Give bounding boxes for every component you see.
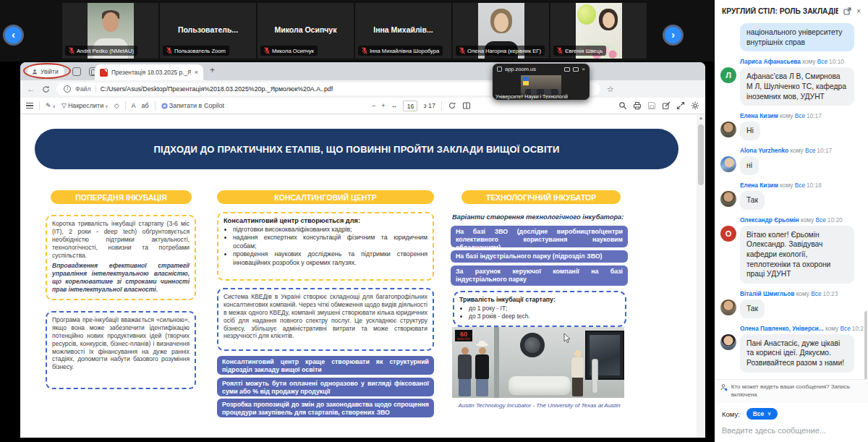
message-time: 10:23 [823,290,838,297]
profile-icon [32,69,38,75]
refresh-icon[interactable] [42,85,50,93]
search-icon[interactable] [618,101,627,110]
zoom-out-button[interactable]: − [372,102,375,109]
participant-tile-andrii-pedko[interactable]: Andrii Pedko (NMetAU) [62,3,158,59]
pip-mode-icon[interactable] [564,67,570,72]
read-aloud-icon: A [132,102,136,109]
chat-message-input[interactable] [722,426,861,435]
scrollbar-thumb[interactable] [698,124,704,185]
sender-name: Лариса Афанасьева [740,58,801,65]
fullscreen-expand-icon[interactable] [676,101,685,110]
slide-bullet: підготовки висококваліфікованих кадрів; [233,226,427,234]
zoom-pip-window[interactable]: app.zoom.us × Університет Науки і Технол… [493,64,590,100]
message-time: 10:17 [807,112,822,119]
fit-width-button[interactable]: ↔ [391,102,397,109]
participant-name-label: Інна Михайлівна Шоробура [370,48,439,54]
sender-name: Віталій Шмигльов [740,290,794,297]
copilot-button[interactable]: Запитати в Copilot [161,102,224,109]
chat-message: Олена Павленко, Універси... кому Все10:2… [720,325,864,373]
page-number-input[interactable]: 16 [403,101,417,111]
chevron-right-icon: › [671,28,675,41]
filmstrip-prev-button[interactable]: ‹ [5,27,22,43]
draw-label: Накреслити [68,102,103,109]
zoom-meeting-window: ‹ Andrii Pedko (NMetAU) Пользователь... … [0,0,868,442]
slide-col2-solid-box-3: Розробка пропозицій до змін до законодав… [217,399,434,417]
new-tab-button[interactable]: + [210,65,215,75]
slide-col1-header: ПОПЕРЕДНЯ ІНКУБАЦІЯ [51,190,192,204]
recipient-everyone: Все [795,112,805,119]
pen-icon: ✎ [46,102,51,109]
slide-col3-solid-box-1: На базі ЗВО (дослідне виробництво/центри… [451,226,628,247]
workspaces-icon[interactable] [72,67,81,76]
syllables-button[interactable]: аб [142,102,149,109]
slide-col1-paragraph-2: Впровадження ефективної стратегії управл… [52,262,190,294]
eraser-tool-button[interactable]: ◇ [114,102,119,109]
message-header: Віталій Шмигльов кому Все10:23 [740,290,864,297]
pip-url-label: app.zoom.us [505,66,561,72]
chevron-left-icon: ‹ [12,28,15,41]
message-time: 10:10 [829,58,844,65]
message-bubble: ні [740,156,759,175]
participant-tile-yevheniia-shvets[interactable]: Євгенія Швець [550,3,647,59]
browser-tab-active[interactable]: Презентація 18.03.2025 р._Ярмо × [95,64,203,80]
avatar: Л [720,67,736,83]
chat-close-icon[interactable]: × [856,7,861,15]
participant-tile-olena-nahorna[interactable]: Олена Нагорна (керівник ЕГ) [453,3,549,59]
chat-panel: КРУГЛИЙ СТІЛ: РОЛЬ ЗАКЛАДІВ ВИ... × наці… [715,0,868,442]
participant-tile-inna-shorobura[interactable]: Інна Михайлів... Інна Михайлівна Шоробур… [355,3,451,59]
participant-tiles: Andrii Pedko (NMetAU) Пользователь... По… [62,3,647,59]
recipient-selector[interactable]: Все∨ [746,408,778,420]
message-header: Пользователь Zoom кому Все10:32 [740,379,864,380]
rotate-icon[interactable] [448,101,456,110]
chat-privacy-notice: Кто может видеть ваши сообщения? Запись … [715,379,868,403]
avatar [720,156,736,172]
chat-message: Олександр Єрьомін кому Все10:20 О Вітаю … [720,216,864,284]
message-time: 10:32 [829,379,844,380]
slide-col2-solid-box-2: Роялті можуть бути оплачені одноразово у… [217,378,434,396]
chat-message: Елена Кизим кому Все10:18 Так [720,182,864,210]
back-button[interactable]: ← [27,84,35,94]
chat-scrollbar-thumb[interactable] [864,311,867,379]
close-icon[interactable]: × [582,67,585,72]
photo-equipment [592,359,598,394]
chat-message-list[interactable]: національного університету внутрішніх сп… [715,22,868,379]
slide-bullet: проведення наукових досліджень та підтри… [233,250,427,267]
pop-out-icon[interactable] [843,7,851,15]
tab-close-icon[interactable]: × [195,69,198,76]
table-of-contents-icon[interactable] [26,103,33,109]
sender-name: Олена Павленко, Універси... [740,325,824,332]
to-word: кому [802,379,815,380]
notice-text: Кто может видеть ваши сообщения? Запись … [731,383,861,399]
sender-name: Alona Yurzhenko [740,147,788,154]
message-header: Олена Павленко, Універси... кому Все10:2… [740,325,864,332]
slide-col2-box-title: Консалтинговий центр створюється для: [224,217,427,224]
highlighter-tool-button[interactable]: ✎∨ [46,102,56,109]
participant-tile-polzovatel-zoom[interactable]: Пользователь... Пользователь Zoom [160,3,256,59]
settings-gear-icon[interactable] [691,101,699,110]
draw-tool-button[interactable]: ▽Накреслити∨ [61,102,109,109]
recipient-value: Все [753,410,764,417]
to-word: кому [780,182,793,189]
chat-message: національного університету внутрішніх сп… [720,23,864,51]
filmstrip-next-button[interactable]: › [665,27,681,43]
slide-col1-yellow-box: Коротка тривалість інкубації стартапу (3… [46,215,196,300]
print-icon[interactable] [633,101,642,110]
slide-title-banner: ПІДХОДИ ДО ПРАКТИЧНИХ ЕТАПІВ, ЩО ПОВИННІ… [35,129,678,169]
edit-pen-icon[interactable] [662,101,671,110]
slide-col2-paragraph: Система КВЕДів в Україні створює складно… [224,293,427,340]
expand-icon[interactable] [573,67,579,72]
signin-button[interactable]: Увійти [27,65,64,77]
scrollbar-up-arrow[interactable]: ▲ [697,116,705,120]
shared-browser-window: Увійти Презентація 18.03.2025 р._Ярмо × … [20,62,705,438]
file-info-icon[interactable]: i [64,85,71,93]
recipient-everyone: Все [841,325,851,332]
pdf-vertical-scrollbar[interactable]: ▲ [697,114,705,438]
page-view-icon[interactable] [462,101,471,110]
participant-tile-mykola-osypchuk[interactable]: Микола Осипчук Микола Осипчук [258,3,354,59]
slide-col1-paragraph-3: Програма пре-інкубації вважається «сильн… [52,316,190,371]
read-aloud-button[interactable]: A [132,102,136,109]
favorites-star-icon[interactable]: ☆ [607,85,614,94]
participant-name-label: Євгенія Швець [565,48,603,54]
zoom-in-button[interactable]: + [381,102,385,109]
save-icon[interactable] [647,101,656,110]
